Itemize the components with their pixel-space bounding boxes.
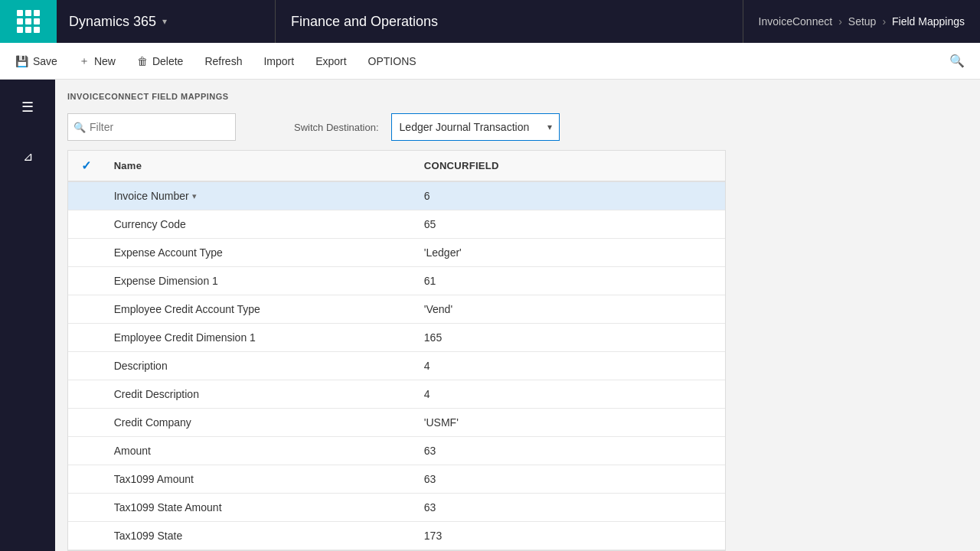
table-row[interactable]: Amount63 bbox=[68, 437, 725, 465]
col-concurfield[interactable]: CONCURFIELD bbox=[415, 151, 725, 181]
hamburger-icon: ☰ bbox=[21, 100, 34, 114]
table-row[interactable]: Credit Description4 bbox=[68, 380, 725, 409]
delete-button[interactable]: 🗑 Delete bbox=[128, 47, 192, 75]
row-concurfield: 173 bbox=[415, 522, 725, 550]
table-row[interactable]: Expense Dimension 161 bbox=[68, 267, 725, 295]
row-checkbox[interactable] bbox=[68, 324, 105, 352]
col-check: ✓ bbox=[68, 151, 105, 181]
row-checkbox[interactable] bbox=[68, 380, 105, 409]
row-name[interactable]: Tax1099 State Amount bbox=[105, 494, 415, 522]
table-row[interactable]: Employee Credit Dimension 1165 bbox=[68, 324, 725, 352]
row-concurfield: 'Ledger' bbox=[415, 239, 725, 267]
field-mappings-table: ✓ Name CONCURFIELD Invoice Number▾6Curre… bbox=[67, 150, 726, 551]
hamburger-button[interactable]: ☰ bbox=[9, 89, 46, 126]
filter-input[interactable] bbox=[67, 113, 236, 141]
filter-wrap: 🔍 bbox=[67, 113, 236, 141]
row-name[interactable]: Credit Company bbox=[105, 409, 415, 437]
filter-sidebar-button[interactable]: ⊿ bbox=[9, 138, 46, 174]
breadcrumb: InvoiceConnect › Setup › Field Mappings bbox=[743, 0, 980, 43]
main-content: INVOICECONNECT FIELD MAPPINGS 🔍 Switch D… bbox=[55, 80, 980, 551]
row-concurfield: 63 bbox=[415, 465, 725, 494]
row-name[interactable]: Tax1099 State bbox=[105, 522, 415, 550]
row-name[interactable]: Tax1099 Amount bbox=[105, 465, 415, 494]
row-name[interactable]: Employee Credit Dimension 1 bbox=[105, 324, 415, 352]
row-checkbox[interactable] bbox=[68, 352, 105, 380]
table-row[interactable]: Tax1099 State Amount63 bbox=[68, 494, 725, 522]
breadcrumb-sep-2: › bbox=[882, 15, 886, 28]
search-button[interactable]: 🔍 bbox=[940, 47, 974, 75]
row-concurfield: 61 bbox=[415, 267, 725, 295]
table-row[interactable]: Employee Credit Account Type'Vend' bbox=[68, 295, 725, 324]
table-row[interactable]: Tax1099 Amount63 bbox=[68, 465, 725, 494]
table-row[interactable]: Invoice Number▾6 bbox=[68, 181, 725, 210]
row-name[interactable]: Currency Code bbox=[105, 210, 415, 239]
row-name[interactable]: Employee Credit Account Type bbox=[105, 295, 415, 324]
switch-destination-select[interactable]: Ledger Journal Transaction Vendor Invoic… bbox=[391, 113, 560, 141]
dynamics-chevron-icon: ▾ bbox=[162, 16, 167, 27]
search-icon: 🔍 bbox=[949, 54, 965, 68]
table-row[interactable]: Description4 bbox=[68, 352, 725, 380]
save-button[interactable]: 💾 Save bbox=[6, 47, 67, 75]
switch-dest-label: Switch Destination: bbox=[294, 122, 379, 133]
import-button[interactable]: Import bbox=[254, 47, 303, 75]
row-checkbox[interactable] bbox=[68, 437, 105, 465]
layout: ☰ ⊿ INVOICECONNECT FIELD MAPPINGS 🔍 Swit… bbox=[0, 80, 980, 551]
refresh-button[interactable]: Refresh bbox=[195, 47, 251, 75]
top-nav: Dynamics 365 ▾ Finance and Operations In… bbox=[0, 0, 980, 43]
row-concurfield: 63 bbox=[415, 494, 725, 522]
row-checkbox[interactable] bbox=[68, 181, 105, 210]
row-concurfield: 4 bbox=[415, 380, 725, 409]
row-name[interactable]: Description bbox=[105, 352, 415, 380]
row-name[interactable]: Invoice Number▾ bbox=[105, 181, 415, 210]
header-checkmark-icon: ✓ bbox=[81, 159, 91, 172]
page-title: INVOICECONNECT FIELD MAPPINGS bbox=[67, 92, 968, 101]
row-checkbox[interactable] bbox=[68, 494, 105, 522]
expand-chevron-icon: ▾ bbox=[192, 191, 197, 201]
dynamics-nav[interactable]: Dynamics 365 ▾ bbox=[57, 0, 276, 43]
delete-icon: 🗑 bbox=[137, 55, 148, 67]
row-concurfield: 'Vend' bbox=[415, 295, 725, 324]
row-checkbox[interactable] bbox=[68, 522, 105, 550]
row-name[interactable]: Expense Account Type bbox=[105, 239, 415, 267]
row-concurfield: 4 bbox=[415, 352, 725, 380]
row-concurfield: 63 bbox=[415, 437, 725, 465]
row-checkbox[interactable] bbox=[68, 409, 105, 437]
toolbar: 💾 Save ＋ New 🗑 Delete Refresh Import Exp… bbox=[0, 43, 980, 80]
row-concurfield: 6 bbox=[415, 181, 725, 210]
table-row[interactable]: Credit Company'USMF' bbox=[68, 409, 725, 437]
breadcrumb-app[interactable]: InvoiceConnect bbox=[759, 15, 833, 28]
table-row[interactable]: Tax1099 State173 bbox=[68, 522, 725, 550]
row-concurfield: 65 bbox=[415, 210, 725, 239]
new-button[interactable]: ＋ New bbox=[70, 47, 125, 75]
row-name[interactable]: Credit Description bbox=[105, 380, 415, 409]
row-checkbox[interactable] bbox=[68, 295, 105, 324]
save-icon: 💾 bbox=[15, 55, 28, 67]
row-name-label: Invoice Number bbox=[114, 190, 189, 202]
dynamics-label: Dynamics 365 bbox=[69, 14, 156, 30]
table-row[interactable]: Expense Account Type'Ledger' bbox=[68, 239, 725, 267]
breadcrumb-current: Field Mappings bbox=[892, 15, 965, 28]
row-checkbox[interactable] bbox=[68, 267, 105, 295]
filter-search-icon: 🔍 bbox=[74, 122, 86, 133]
filter-icon: ⊿ bbox=[23, 149, 33, 164]
waffle-icon bbox=[17, 10, 40, 33]
options-button[interactable]: OPTIONS bbox=[359, 47, 426, 75]
new-icon: ＋ bbox=[79, 54, 90, 68]
sidebar: ☰ ⊿ bbox=[0, 80, 55, 551]
breadcrumb-section[interactable]: Setup bbox=[848, 15, 877, 28]
row-name[interactable]: Amount bbox=[105, 437, 415, 465]
col-name[interactable]: Name bbox=[105, 151, 415, 181]
app-title: Finance and Operations bbox=[276, 0, 743, 43]
row-checkbox[interactable] bbox=[68, 465, 105, 494]
row-checkbox[interactable] bbox=[68, 210, 105, 239]
breadcrumb-sep-1: › bbox=[838, 15, 842, 28]
app-icon[interactable] bbox=[0, 0, 57, 43]
row-checkbox[interactable] bbox=[68, 239, 105, 267]
table-header-row: ✓ Name CONCURFIELD bbox=[68, 151, 725, 181]
export-button[interactable]: Export bbox=[306, 47, 355, 75]
row-concurfield: 165 bbox=[415, 324, 725, 352]
table-row[interactable]: Currency Code65 bbox=[68, 210, 725, 239]
controls-row: 🔍 Switch Destination: Ledger Journal Tra… bbox=[67, 113, 968, 141]
row-name[interactable]: Expense Dimension 1 bbox=[105, 267, 415, 295]
row-concurfield: 'USMF' bbox=[415, 409, 725, 437]
